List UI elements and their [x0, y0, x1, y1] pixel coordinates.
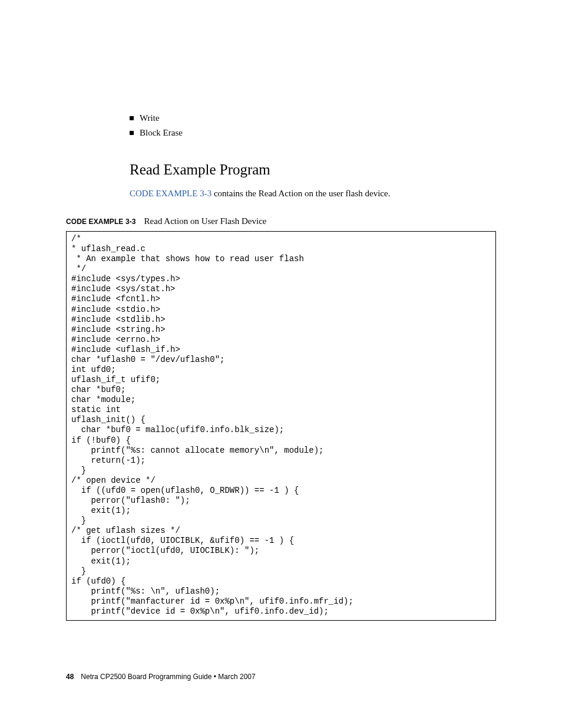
code-example-link[interactable]: CODE EXAMPLE 3-3: [130, 189, 211, 198]
intro-paragraph: CODE EXAMPLE 3-3 contains the Read Actio…: [130, 189, 496, 199]
page-number: 48: [66, 673, 74, 681]
list-item: Write: [130, 112, 496, 124]
page-footer: 48Netra CP2500 Board Programming Guide •…: [66, 673, 256, 681]
footer-title: Netra CP2500 Board Programming Guide • M…: [81, 673, 255, 681]
section-heading: Read Example Program: [130, 162, 496, 178]
code-caption: CODE EXAMPLE 3-3Read Action on User Flas…: [66, 216, 496, 226]
intro-text: contains the Read Action on the user fla…: [211, 189, 390, 198]
list-item-text: Block Erase: [140, 127, 183, 139]
bullet-list: Write Block Erase: [130, 112, 496, 139]
square-bullet-icon: [130, 131, 134, 135]
list-item-text: Write: [140, 112, 160, 124]
square-bullet-icon: [130, 116, 134, 120]
caption-text: Read Action on User Flash Device: [144, 216, 267, 226]
caption-label: CODE EXAMPLE 3-3: [66, 218, 136, 226]
page: Write Block Erase Read Example Program C…: [0, 0, 562, 728]
code-listing: /* * uflash_read.c * An example that sho…: [66, 231, 496, 621]
list-item: Block Erase: [130, 127, 496, 139]
